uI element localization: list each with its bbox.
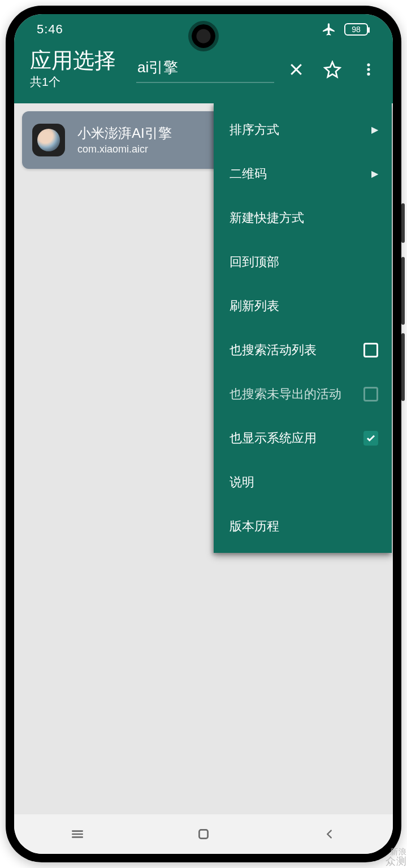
menu-item-label: 也搜索活动列表 (230, 342, 317, 359)
checkbox-unchecked-icon (363, 387, 378, 402)
app-name: 小米澎湃AI引擎 (77, 124, 172, 142)
watermark-line1: 新浪 (386, 848, 407, 856)
menu-item-label: 也搜索未导出的活动 (230, 386, 341, 403)
battery-indicator: 98 (344, 23, 368, 36)
navigation-bar (14, 814, 393, 854)
menu-qrcode[interactable]: 二维码 ▶ (214, 152, 392, 196)
nav-back-button[interactable] (317, 822, 342, 847)
volume-up-button (401, 257, 405, 325)
svg-point-2 (367, 72, 370, 75)
overflow-menu: 排序方式 ▶ 二维码 ▶ 新建快捷方式 回到顶部 刷新列表 (214, 103, 392, 553)
svg-point-0 (367, 63, 370, 66)
chevron-right-icon: ▶ (371, 168, 378, 179)
nav-home-button[interactable] (191, 822, 216, 847)
watermark-line2: 众测 (386, 856, 407, 867)
menu-refresh[interactable]: 刷新列表 (214, 284, 392, 328)
menu-item-label: 说明 (230, 474, 254, 491)
menu-show-system-apps[interactable]: 也显示系统应用 (214, 416, 392, 460)
checkbox-unchecked-icon (363, 343, 378, 357)
menu-item-label: 新建快捷方式 (230, 210, 304, 226)
app-bar: 应用选择 共1个 (14, 45, 393, 103)
menu-item-label: 二维码 (230, 165, 267, 182)
menu-item-label: 刷新列表 (230, 298, 279, 315)
menu-search-unexported[interactable]: 也搜索未导出的活动 (214, 372, 392, 416)
menu-item-label: 回到顶部 (230, 254, 279, 271)
menu-item-label: 排序方式 (230, 121, 279, 138)
watermark: 新浪 众测 (386, 848, 407, 867)
page-title: 应用选择 (30, 49, 116, 73)
overflow-menu-button[interactable] (359, 60, 378, 79)
search-input[interactable] (136, 55, 274, 83)
favorite-button[interactable] (323, 60, 342, 79)
nav-recents-button[interactable] (65, 822, 90, 847)
phone-frame: 5:46 98 应用选择 共1个 (6, 6, 401, 862)
airplane-mode-icon (319, 20, 339, 39)
chevron-right-icon: ▶ (371, 124, 378, 135)
svg-point-1 (367, 68, 370, 71)
page-subtitle: 共1个 (30, 74, 116, 90)
status-time: 5:46 (37, 22, 63, 37)
menu-changelog[interactable]: 版本历程 (214, 504, 392, 548)
clear-search-button[interactable] (287, 60, 306, 79)
menu-item-label: 也显示系统应用 (230, 430, 317, 447)
menu-new-shortcut[interactable]: 新建快捷方式 (214, 196, 392, 240)
app-package: com.xiaomi.aicr (77, 143, 172, 155)
menu-item-label: 版本历程 (230, 518, 279, 535)
menu-search-activities[interactable]: 也搜索活动列表 (214, 328, 392, 372)
menu-to-top[interactable]: 回到顶部 (214, 240, 392, 284)
front-camera (192, 24, 215, 48)
svg-rect-3 (199, 830, 207, 838)
side-button (401, 203, 405, 243)
battery-level: 98 (352, 25, 361, 34)
checkbox-checked-icon (363, 431, 378, 446)
app-icon (32, 124, 65, 156)
menu-help[interactable]: 说明 (214, 460, 392, 504)
volume-down-button (401, 333, 405, 401)
screen: 5:46 98 应用选择 共1个 (14, 14, 393, 854)
content-area: 小米澎湃AI引擎 com.xiaomi.aicr 排序方式 ▶ 二维码 ▶ (14, 103, 393, 801)
menu-sort[interactable]: 排序方式 ▶ (214, 108, 392, 152)
